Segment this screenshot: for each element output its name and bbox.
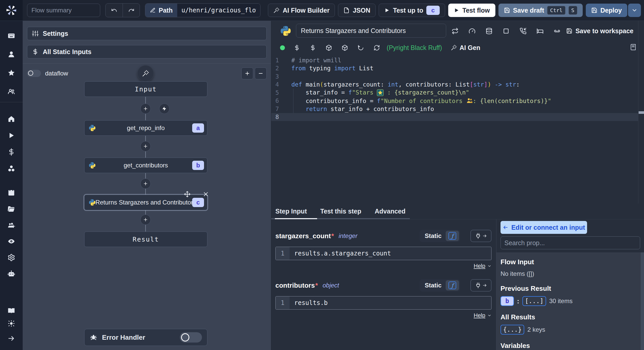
dollar-icon[interactable] bbox=[310, 45, 316, 51]
square-icon[interactable] bbox=[503, 28, 510, 35]
ai-gen-button[interactable]: AI Gen bbox=[449, 44, 482, 52]
path-chip[interactable]: Path bbox=[145, 4, 177, 17]
delete-node-icon[interactable] bbox=[202, 191, 209, 198]
path-input[interactable] bbox=[177, 4, 260, 17]
add-step-button[interactable] bbox=[140, 141, 151, 151]
package-icon[interactable] bbox=[326, 45, 332, 51]
zoom-out-button[interactable] bbox=[255, 67, 267, 79]
sidebar-item-users[interactable] bbox=[7, 87, 16, 96]
previous-result-key-badge[interactable]: b bbox=[501, 296, 514, 306]
sidebar-item-play[interactable] bbox=[7, 131, 16, 140]
windmill-logo[interactable] bbox=[0, 0, 23, 21]
flow-summary-input[interactable] bbox=[27, 4, 100, 17]
sidebar-item-folder[interactable] bbox=[7, 204, 16, 213]
help-link[interactable]: Help bbox=[474, 312, 492, 319]
move-icon[interactable] bbox=[184, 191, 191, 198]
dollar-icon[interactable] bbox=[294, 45, 300, 51]
dataflow-toggle[interactable] bbox=[27, 70, 41, 77]
code-line-7[interactable]: 7 return star_info + contributors_info bbox=[271, 105, 638, 113]
settings-button[interactable]: Settings bbox=[27, 27, 267, 40]
docs-book-button[interactable] bbox=[630, 44, 637, 50]
sidebar-item-boxes[interactable] bbox=[7, 164, 16, 173]
field-stargazers-count: stargazers_count * integer Static ƒ bbox=[275, 230, 492, 270]
code-line-3[interactable]: 3 bbox=[271, 72, 638, 81]
add-step-button[interactable] bbox=[140, 215, 151, 225]
ai-builder-wand-button[interactable] bbox=[137, 65, 154, 82]
code-line-2[interactable]: 2from typing import List bbox=[271, 64, 638, 73]
error-handler-node[interactable]: Error Handler bbox=[84, 329, 207, 346]
sidebar-item-user-cog[interactable] bbox=[7, 221, 16, 229]
help-link[interactable]: Help bbox=[474, 263, 492, 269]
node-get-contributors[interactable]: get_contributors b bbox=[84, 158, 207, 173]
ai-flow-builder-button[interactable]: AI Flow Builder bbox=[268, 4, 335, 17]
error-handler-toggle[interactable] bbox=[180, 332, 202, 343]
phone-incoming-icon[interactable] bbox=[520, 28, 527, 35]
code-line-4[interactable]: 4def main(stargazers_count: int, contrib… bbox=[271, 81, 638, 89]
gauge-icon[interactable] bbox=[469, 28, 476, 35]
test-flow-button[interactable]: Test flow bbox=[448, 4, 495, 17]
code-line-1[interactable]: 1# import wmill bbox=[271, 56, 638, 64]
sidebar-item-settings[interactable] bbox=[7, 253, 16, 262]
tab-step-input[interactable]: Step Input bbox=[275, 208, 307, 215]
previous-result-collapsed-badge[interactable]: [...] bbox=[522, 296, 546, 306]
database-icon[interactable] bbox=[486, 28, 493, 35]
step-title-input[interactable] bbox=[296, 24, 446, 38]
redo-button[interactable] bbox=[123, 4, 140, 17]
node-returns-stargazers[interactable]: Returns Stargazers and Contributors c bbox=[84, 195, 207, 210]
add-step-button[interactable] bbox=[140, 178, 151, 189]
tab-test-this-step[interactable]: Test this step bbox=[320, 208, 361, 215]
zoom-in-button[interactable] bbox=[241, 67, 253, 79]
rotate-ccw-icon[interactable] bbox=[358, 45, 364, 51]
sidebar-item-sun[interactable] bbox=[7, 319, 16, 328]
all-results-collapsed-badge[interactable]: {...} bbox=[501, 325, 524, 335]
deploy-button[interactable]: Deploy bbox=[586, 4, 627, 17]
input-mode-toggle[interactable]: Static ƒ bbox=[420, 279, 460, 292]
javascript-mode-segment[interactable]: ƒ bbox=[446, 231, 459, 241]
sidebar-item-book[interactable] bbox=[7, 306, 16, 315]
editor-scrollbar-thumb[interactable] bbox=[639, 111, 644, 114]
code-line-5[interactable]: 5 star_info = f"Stars : {stargazers_coun… bbox=[271, 89, 638, 97]
trigger-bolt-button[interactable] bbox=[159, 104, 170, 114]
save-draft-button[interactable]: Save draft Ctrl S bbox=[498, 4, 583, 17]
edit-or-connect-button[interactable]: Edit or connect an input bbox=[501, 221, 587, 234]
sidebar-item-dollar[interactable] bbox=[7, 148, 16, 156]
sidebar-expand-button[interactable] bbox=[7, 334, 16, 343]
editor-scrollbar[interactable] bbox=[638, 21, 644, 203]
code-text: # import wmill bbox=[291, 57, 341, 64]
save-to-workspace-button[interactable]: Save to workspace bbox=[565, 21, 635, 41]
expression-editor[interactable]: 1 results.b bbox=[275, 296, 492, 310]
code-line-8[interactable]: 8 bbox=[271, 113, 638, 121]
sidebar-item-bot[interactable] bbox=[7, 269, 16, 278]
code-line-6[interactable]: 6 contributors_info = f"Number of contri… bbox=[271, 97, 638, 105]
code-area[interactable]: 1# import wmill2from typing import List3… bbox=[271, 56, 638, 203]
refresh-cw-icon[interactable] bbox=[374, 45, 380, 51]
connect-input-button[interactable] bbox=[470, 279, 492, 292]
undo-button[interactable] bbox=[106, 4, 123, 17]
voicemail-icon[interactable] bbox=[554, 28, 561, 35]
javascript-mode-segment[interactable]: ƒ bbox=[446, 280, 459, 291]
sidebar-item-apps[interactable] bbox=[7, 31, 16, 40]
sidebar-item-star[interactable] bbox=[7, 69, 16, 77]
line-number: 8 bbox=[271, 114, 287, 120]
bed-icon[interactable] bbox=[537, 28, 544, 35]
sidebar-item-calendar[interactable] bbox=[7, 188, 16, 197]
search-prop-input[interactable] bbox=[501, 236, 640, 249]
package-icon[interactable] bbox=[342, 45, 348, 51]
props-scrollbar[interactable] bbox=[641, 252, 644, 350]
repeat-icon[interactable] bbox=[452, 28, 459, 35]
expression-editor[interactable]: 1 results.a.stargazers_count bbox=[275, 247, 492, 260]
sidebar-item-user[interactable] bbox=[7, 50, 16, 59]
tab-advanced[interactable]: Advanced bbox=[375, 208, 405, 215]
add-step-button[interactable] bbox=[140, 104, 151, 114]
json-button[interactable]: JSON bbox=[338, 4, 376, 17]
connect-input-button[interactable] bbox=[470, 230, 492, 242]
node-get-repo-info[interactable]: get_repo_info a bbox=[84, 120, 207, 136]
sidebar-item-eye[interactable] bbox=[7, 237, 16, 246]
deploy-dropdown-button[interactable] bbox=[628, 4, 641, 17]
test-up-to-button[interactable]: Test up to c bbox=[379, 4, 445, 17]
input-mode-toggle[interactable]: Static ƒ bbox=[420, 230, 460, 242]
sidebar-item-home[interactable] bbox=[7, 115, 16, 123]
all-static-inputs-button[interactable]: All Static Inputs bbox=[27, 45, 267, 58]
node-result[interactable]: Result bbox=[84, 232, 207, 247]
node-input[interactable]: Input bbox=[84, 81, 207, 97]
